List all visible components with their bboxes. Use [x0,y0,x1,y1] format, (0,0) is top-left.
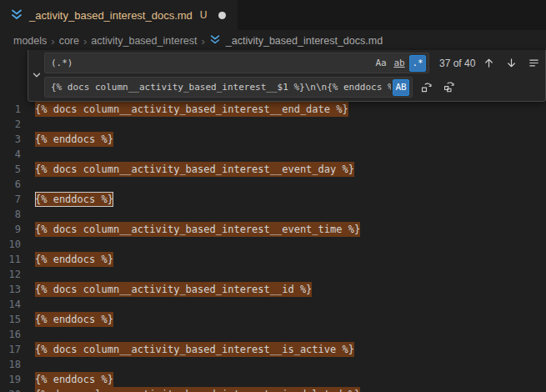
code-line: 10 [0,237,546,252]
breadcrumb-item-file[interactable]: _activity_based_interest_docs.md [209,34,383,48]
code-line: 9{% docs column__activity_based_interest… [0,222,546,237]
code-line: 13{% docs column__activity_based_interes… [0,282,546,297]
editor-area: (.*) Aa ab .* 37 of 40 [0,52,546,392]
tab-bar: _activity_based_interest_docs.md U [0,0,546,30]
git-status-badge: U [200,9,208,21]
line-content[interactable]: {% enddocs %} [35,192,113,207]
code-line: 1{% docs column__activity_based_interest… [0,102,546,117]
current-search-match: {% enddocs %} [35,192,113,207]
line-content[interactable]: {% enddocs %} [35,132,113,147]
line-number[interactable]: 3 [0,132,35,147]
replace-all-button[interactable] [440,78,458,96]
code-line: 4 [0,147,546,162]
search-match: {% docs column__activity_based_interest_… [35,342,354,357]
line-number[interactable]: 16 [0,327,35,342]
line-content[interactable]: {% docs column__activity_based_interest_… [35,102,348,117]
search-match: {% docs column__activity_based_interest_… [35,387,360,392]
replace-input[interactable]: {% docs column__activity_based_interest_… [51,82,391,93]
find-input[interactable]: (.*) [51,58,371,68]
line-content[interactable]: {% enddocs %} [35,372,113,387]
line-number[interactable]: 20 [0,387,35,392]
code-line: 12 [0,267,546,282]
code-line: 11{% enddocs %} [0,252,546,267]
line-number[interactable]: 13 [0,282,35,297]
breadcrumb-file-label: _activity_based_interest_docs.md [226,35,383,47]
preserve-case-button[interactable]: AB [393,79,409,96]
whole-word-button[interactable]: ab [391,55,408,72]
search-match: {% enddocs %} [35,372,113,387]
replace-all-icon [443,81,455,93]
markdown-file-icon [209,34,223,48]
code-line: 17{% docs column__activity_based_interes… [0,342,546,357]
line-content[interactable]: {% enddocs %} [35,252,113,267]
vscode-window: _activity_based_interest_docs.md U model… [0,0,546,392]
code-line: 3{% enddocs %} [0,132,546,147]
line-content[interactable]: {% docs column__activity_based_interest_… [35,222,360,237]
line-number[interactable]: 6 [0,177,35,192]
match-case-button[interactable]: Aa [373,55,389,72]
line-number[interactable]: 7 [0,192,35,207]
breadcrumb-separator: › [201,35,204,48]
breadcrumb-item-core[interactable]: core [59,35,79,47]
line-number[interactable]: 5 [0,162,35,177]
line-number[interactable]: 19 [0,372,35,387]
code-line: 5{% docs column__activity_based_interest… [0,162,546,177]
toggle-replace-button[interactable] [28,53,44,98]
breadcrumb-separator: › [51,35,54,48]
breadcrumb-item-folder[interactable]: activity_based_interest [91,35,197,47]
line-content[interactable]: {% docs column__activity_based_interest_… [35,282,312,297]
line-content[interactable]: {% docs column__activity_based_interest_… [35,387,360,392]
markdown-file-icon [10,8,23,22]
line-content[interactable]: {% enddocs %} [35,312,113,327]
line-number[interactable]: 11 [0,252,35,267]
code-line: 2 [0,117,546,132]
line-number[interactable]: 1 [0,102,35,117]
line-number[interactable]: 12 [0,267,35,282]
line-number[interactable]: 17 [0,342,35,357]
previous-match-button[interactable] [480,54,498,72]
search-match: {% docs column__activity_based_interest_… [35,162,354,177]
breadcrumb-item-models[interactable]: models [13,35,47,47]
find-in-selection-button[interactable] [525,54,543,72]
code-line: 15{% enddocs %} [0,312,546,327]
tab-filename: _activity_based_interest_docs.md [29,9,193,22]
line-number[interactable]: 14 [0,297,35,312]
line-content[interactable]: {% docs column__activity_based_interest_… [35,342,354,357]
regex-button[interactable]: .* [409,55,426,72]
line-number[interactable]: 15 [0,312,35,327]
arrow-up-icon [483,57,495,69]
chevron-down-icon [31,69,43,81]
search-match: {% docs column__activity_based_interest_… [35,222,360,237]
line-number[interactable]: 18 [0,357,35,372]
replace-icon [420,81,433,93]
line-number[interactable]: 4 [0,147,35,162]
unsaved-indicator-dot[interactable] [218,12,226,19]
search-match: {% docs column__activity_based_interest_… [35,102,348,117]
editor-tab[interactable]: _activity_based_interest_docs.md U [0,0,238,30]
line-content[interactable]: {% docs column__activity_based_interest_… [35,162,354,177]
line-number[interactable]: 10 [0,237,35,252]
line-number[interactable]: 9 [0,222,35,237]
next-match-button[interactable] [503,54,520,72]
replace-button[interactable] [418,78,435,96]
code-line: 20{% docs column__activity_based_interes… [0,387,546,392]
replace-input-box: {% docs column__activity_based_interest_… [44,77,413,98]
code-line: 6 [0,177,546,192]
code-line: 14 [0,297,546,312]
line-number[interactable]: 2 [0,117,35,132]
arrow-down-icon [505,57,518,69]
find-input-box: (.*) Aa ab .* [44,53,429,73]
breadcrumb: models › core › activity_based_interest … [0,30,546,52]
code-line: 19{% enddocs %} [0,372,546,387]
code-line: 18 [0,357,546,372]
search-match: {% enddocs %} [35,252,113,267]
breadcrumb-separator: › [83,35,87,48]
search-match: {% enddocs %} [35,132,113,147]
editor-lines: 1{% docs column__activity_based_interest… [0,102,546,392]
line-number[interactable]: 8 [0,207,35,222]
results-count: 37 of 40 [439,58,475,69]
replace-row: {% docs column__activity_based_interest_… [44,77,546,98]
code-line: 16 [0,327,546,342]
code-line: 7{% enddocs %} [0,192,546,207]
find-replace-widget: (.*) Aa ab .* 37 of 40 [28,50,546,102]
